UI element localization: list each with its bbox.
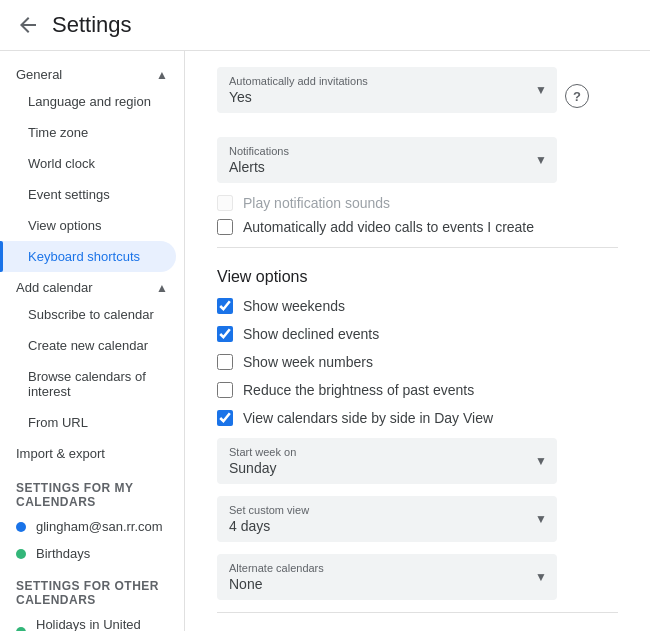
- page-title: Settings: [52, 12, 132, 38]
- auto-video-checkbox[interactable]: [217, 219, 233, 235]
- sidebar-item-eventsettings-label: Event settings: [28, 187, 110, 202]
- auto-add-label: Automatically add invitations: [229, 75, 545, 87]
- auto-add-row: Automatically add invitations Yes ▼ ?: [217, 67, 618, 125]
- alternate-calendars-label: Alternate calendars: [229, 562, 545, 574]
- sidebar-item-language[interactable]: Language and region: [0, 86, 176, 117]
- sidebar-item-worldclock-label: World clock: [28, 156, 95, 171]
- notifications-value: Alerts: [229, 159, 545, 175]
- reduce-brightness-checkbox[interactable]: [217, 382, 233, 398]
- sidebar-item-timezone-label: Time zone: [28, 125, 88, 140]
- back-button[interactable]: [16, 13, 40, 37]
- view-options-title: View options: [217, 268, 618, 286]
- view-side-by-side-label: View calendars side by side in Day View: [243, 410, 493, 426]
- sidebar-item-browse-label: Browse calendars of interest: [28, 369, 146, 399]
- custom-view-chevron-down-icon: ▼: [535, 512, 547, 526]
- calendar-label-glingham: glingham@san.rr.com: [36, 519, 163, 534]
- calendar-item-birthdays[interactable]: Birthdays: [0, 540, 184, 567]
- divider-2: [217, 612, 618, 613]
- back-icon: [16, 13, 40, 37]
- divider-1: [217, 247, 618, 248]
- content-area: Automatically add invitations Yes ▼ ? No…: [185, 51, 650, 631]
- general-chevron-up-icon: ▲: [156, 68, 168, 82]
- auto-add-value: Yes: [229, 89, 545, 105]
- sidebar-item-create-label: Create new calendar: [28, 338, 148, 353]
- add-calendar-label: Add calendar: [16, 280, 93, 295]
- sidebar-item-language-label: Language and region: [28, 94, 151, 109]
- calendar-dot-holidays: [16, 627, 26, 631]
- auto-add-dropdown[interactable]: Automatically add invitations Yes ▼: [217, 67, 557, 113]
- calendar-dot-glingham: [16, 522, 26, 532]
- import-export-label: Import & export: [16, 446, 105, 461]
- sidebar-item-fromurl-label: From URL: [28, 415, 88, 430]
- help-icon[interactable]: ?: [565, 84, 589, 108]
- custom-view-dropdown[interactable]: Set custom view 4 days ▼: [217, 496, 557, 542]
- custom-view-label: Set custom view: [229, 504, 545, 516]
- sidebar-item-keyboardshortcuts[interactable]: Keyboard shortcuts: [0, 241, 176, 272]
- play-sounds-checkbox[interactable]: [217, 195, 233, 211]
- sidebar-item-fromurl[interactable]: From URL: [0, 407, 176, 438]
- auto-video-row: Automatically add video calls to events …: [217, 219, 618, 235]
- show-weekends-checkbox[interactable]: [217, 298, 233, 314]
- alternate-calendars-value: None: [229, 576, 545, 592]
- sidebar-item-subscribe-label: Subscribe to calendar: [28, 307, 154, 322]
- alternate-calendars-chevron-down-icon: ▼: [535, 570, 547, 584]
- sidebar: General ▲ Language and region Time zone …: [0, 51, 185, 631]
- show-declined-row: Show declined events: [217, 326, 618, 342]
- other-calendars-title: Settings for other calendars: [0, 567, 184, 611]
- add-calendar-section[interactable]: Add calendar ▲: [0, 272, 184, 299]
- reduce-brightness-label: Reduce the brightness of past events: [243, 382, 474, 398]
- show-week-numbers-label: Show week numbers: [243, 354, 373, 370]
- sidebar-item-viewoptions-label: View options: [28, 218, 101, 233]
- main-layout: General ▲ Language and region Time zone …: [0, 51, 650, 631]
- calendar-label-holidays: Holidays in United States: [36, 617, 168, 631]
- general-label: General: [16, 67, 62, 82]
- sidebar-item-timezone[interactable]: Time zone: [0, 117, 176, 148]
- view-side-by-side-row: View calendars side by side in Day View: [217, 410, 618, 426]
- view-side-by-side-checkbox[interactable]: [217, 410, 233, 426]
- show-weekends-label: Show weekends: [243, 298, 345, 314]
- sidebar-item-eventsettings[interactable]: Event settings: [0, 179, 176, 210]
- calendar-item-glingham[interactable]: glingham@san.rr.com: [0, 513, 184, 540]
- app-container: Settings General ▲ Language and region T…: [0, 0, 650, 631]
- notifications-label: Notifications: [229, 145, 545, 157]
- notifications-chevron-down-icon: ▼: [535, 153, 547, 167]
- my-calendars-title: Settings for my calendars: [0, 469, 184, 513]
- start-week-label: Start week on: [229, 446, 545, 458]
- import-export-item[interactable]: Import & export: [0, 438, 184, 469]
- reduce-brightness-row: Reduce the brightness of past events: [217, 382, 618, 398]
- calendar-item-holidays[interactable]: Holidays in United States: [0, 611, 184, 631]
- start-week-dropdown[interactable]: Start week on Sunday ▼: [217, 438, 557, 484]
- play-sounds-text: Play notification sounds: [243, 195, 390, 211]
- play-sounds-row: Play notification sounds: [217, 195, 618, 211]
- auto-add-chevron-down-icon: ▼: [535, 83, 547, 97]
- sidebar-item-subscribe[interactable]: Subscribe to calendar: [0, 299, 176, 330]
- sidebar-item-worldclock[interactable]: World clock: [0, 148, 176, 179]
- sidebar-item-create[interactable]: Create new calendar: [0, 330, 176, 361]
- add-calendar-chevron-up-icon: ▲: [156, 281, 168, 295]
- sidebar-item-keyboardshortcuts-label: Keyboard shortcuts: [28, 249, 140, 264]
- calendar-label-birthdays: Birthdays: [36, 546, 90, 561]
- calendar-dot-birthdays: [16, 549, 26, 559]
- show-declined-label: Show declined events: [243, 326, 379, 342]
- start-week-chevron-down-icon: ▼: [535, 454, 547, 468]
- show-weekends-row: Show weekends: [217, 298, 618, 314]
- custom-view-value: 4 days: [229, 518, 545, 534]
- sidebar-item-viewoptions[interactable]: View options: [0, 210, 176, 241]
- general-section[interactable]: General ▲: [0, 59, 184, 86]
- sidebar-item-browse[interactable]: Browse calendars of interest: [0, 361, 176, 407]
- play-sounds-label-group: Play notification sounds: [217, 195, 390, 211]
- alternate-calendars-dropdown[interactable]: Alternate calendars None ▼: [217, 554, 557, 600]
- show-declined-checkbox[interactable]: [217, 326, 233, 342]
- show-week-numbers-checkbox[interactable]: [217, 354, 233, 370]
- auto-video-label: Automatically add video calls to events …: [243, 219, 534, 235]
- start-week-value: Sunday: [229, 460, 545, 476]
- show-week-numbers-row: Show week numbers: [217, 354, 618, 370]
- top-bar: Settings: [0, 0, 650, 51]
- notifications-dropdown[interactable]: Notifications Alerts ▼: [217, 137, 557, 183]
